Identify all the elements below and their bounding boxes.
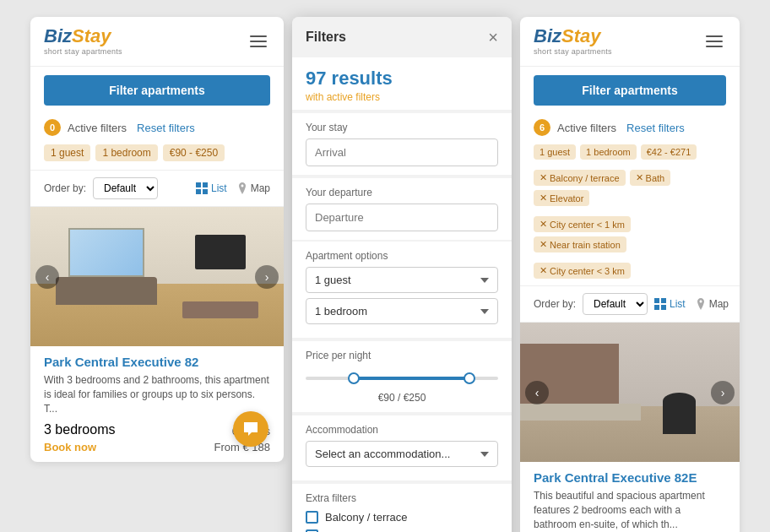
- price-slider[interactable]: [306, 370, 498, 387]
- divider-6: [292, 480, 512, 482]
- reset-filters-link-left[interactable]: Reset filters: [137, 122, 195, 134]
- price-thumb-left[interactable]: [348, 372, 360, 384]
- close-filters-button[interactable]: ×: [488, 29, 498, 46]
- accommodation-label: Accommodation: [306, 424, 498, 436]
- extra-filters-section: Extra filters Balcony / terrace Bath Ele…: [292, 484, 512, 532]
- tag-elevator-right[interactable]: ✕ Elevator: [534, 190, 589, 206]
- tag-x: ✕: [540, 219, 547, 230]
- kitchen-scene-right: [520, 323, 740, 462]
- book-now-button-left[interactable]: Book now: [44, 441, 96, 453]
- right-panel: BizStay short stay apartments Filter apa…: [520, 17, 740, 532]
- hamburger-right[interactable]: [702, 32, 726, 51]
- filter-apartments-button-left[interactable]: Filter apartments: [44, 75, 270, 106]
- tag-label: 1 guest: [51, 147, 84, 159]
- map-view-button-right[interactable]: Map: [696, 298, 729, 310]
- room-scene-left: [30, 207, 284, 346]
- tag-price-right[interactable]: €42 - €271: [641, 144, 697, 160]
- results-count: 97 results: [306, 68, 498, 90]
- grid-icon: [196, 182, 208, 194]
- filter-count-badge-right: 6: [534, 119, 550, 136]
- right-header: BizStay short stay apartments: [520, 17, 740, 67]
- price-thumb-right[interactable]: [464, 372, 475, 384]
- apt-desc-left: With 3 bedrooms and 2 bathrooms, this ap…: [44, 373, 270, 415]
- your-stay-section: Your stay: [292, 113, 512, 175]
- logo-stay-right: Stay: [561, 25, 600, 46]
- svg-rect-6: [654, 305, 659, 310]
- svg-rect-0: [196, 182, 201, 187]
- tag-city1km-right[interactable]: ✕ City center < 1 km: [534, 216, 631, 232]
- divider-5: [292, 412, 512, 414]
- map-icon-right: [696, 298, 706, 310]
- active-filters-label-right: Active filters: [557, 122, 616, 134]
- apt-title-right[interactable]: Park Central Executive 82E: [534, 470, 726, 485]
- logo-biz-right: Biz: [534, 25, 561, 46]
- guests-select[interactable]: 1 guest: [306, 267, 498, 293]
- left-panel: BizStay short stay apartments Filter apa…: [30, 17, 284, 462]
- order-select-left[interactable]: Default: [93, 177, 158, 199]
- hamburger-line: [706, 41, 723, 42]
- tag-price-left[interactable]: €90 - €250: [163, 144, 225, 161]
- tag-x: ✕: [540, 265, 547, 276]
- list-view-button-right[interactable]: List: [654, 298, 686, 310]
- room-tv: [195, 235, 246, 269]
- list-label: List: [211, 182, 227, 194]
- carousel-next-left[interactable]: ›: [255, 265, 279, 289]
- tag-bath-right[interactable]: ✕ Bath: [630, 170, 671, 186]
- filter-apartments-button-right[interactable]: Filter apartments: [534, 75, 726, 106]
- tag-balcony-right[interactable]: ✕ Balcony / terrace: [534, 170, 626, 186]
- results-hero: 97 results with active filters: [292, 57, 512, 110]
- checkbox-balcony-input[interactable]: [306, 511, 318, 524]
- order-label-right: Order by:: [534, 298, 576, 310]
- right-tags-row3: ✕ City center < 1 km ✕ Near train statio…: [520, 213, 740, 259]
- arrival-input[interactable]: [306, 138, 498, 166]
- tag-1guest-left[interactable]: 1 guest: [44, 144, 90, 161]
- accommodation-select[interactable]: Select an accommodation...: [306, 441, 498, 467]
- chat-icon: [242, 421, 259, 437]
- svg-rect-4: [654, 298, 659, 303]
- active-filters-label-left: Active filters: [68, 122, 127, 134]
- carousel-prev-right[interactable]: ‹: [525, 381, 549, 404]
- divider-4: [292, 338, 512, 339]
- order-label-left: Order by:: [44, 182, 86, 194]
- right-tags-row1: 1 guest 1 bedroom €42 - €271: [520, 141, 740, 166]
- tag-x: ✕: [540, 193, 547, 204]
- apartment-options-section: Apartment options 1 guest 1 bedroom: [292, 242, 512, 338]
- apartment-card-right: ‹ › Park Central Executive 82E This beau…: [520, 322, 740, 532]
- tag-x: ✕: [540, 239, 547, 250]
- list-view-button-left[interactable]: List: [196, 182, 227, 194]
- room-couch: [56, 277, 157, 305]
- checkbox-balcony-label: Balcony / terrace: [325, 511, 408, 524]
- apt-title-left[interactable]: Park Central Executive 82: [44, 355, 270, 369]
- bedrooms-select[interactable]: 1 bedroom: [306, 298, 498, 324]
- tag-1bedroom-right[interactable]: 1 bedroom: [580, 144, 637, 160]
- kitchen-counter: [520, 404, 641, 421]
- order-select-right[interactable]: Default: [583, 293, 648, 315]
- order-row-left: Order by: Default List Map: [30, 170, 284, 206]
- hamburger-left[interactable]: [247, 32, 270, 51]
- filters-header: Filters ×: [292, 17, 512, 57]
- extra-filters-label: Extra filters: [306, 492, 498, 504]
- divider-1: [292, 110, 512, 111]
- svg-rect-7: [661, 305, 666, 310]
- active-filters-row-right: 6 Active filters Reset filters: [520, 114, 740, 141]
- apt-image-right: ‹ ›: [520, 323, 740, 462]
- map-view-button-left[interactable]: Map: [237, 182, 270, 194]
- carousel-next-right[interactable]: ›: [711, 381, 735, 404]
- departure-label: Your departure: [306, 187, 498, 198]
- tag-1bedroom-left[interactable]: 1 bedroom: [95, 144, 157, 161]
- filters-modal: Filters × 97 results with active filters…: [292, 17, 512, 532]
- tag-trainstation-right[interactable]: ✕ Near train station: [534, 236, 626, 252]
- tag-1guest-right[interactable]: 1 guest: [534, 144, 576, 160]
- tag-x: ✕: [636, 172, 643, 183]
- svg-rect-2: [196, 189, 201, 194]
- apt-info-right: Park Central Executive 82E This beautifu…: [520, 462, 740, 532]
- departure-section: Your departure: [292, 178, 512, 240]
- departure-input[interactable]: [306, 204, 498, 231]
- price-fill: [354, 377, 469, 380]
- tag-city3km-right[interactable]: ✕ City center < 3 km: [534, 263, 631, 279]
- price-section: Price per night €90 / €250: [292, 341, 512, 412]
- carousel-prev-left[interactable]: ‹: [35, 265, 59, 289]
- apt-options-label: Apartment options: [306, 250, 498, 262]
- reset-filters-link-right[interactable]: Reset filters: [626, 122, 685, 134]
- logo-subtitle-right: short stay apartments: [534, 47, 612, 56]
